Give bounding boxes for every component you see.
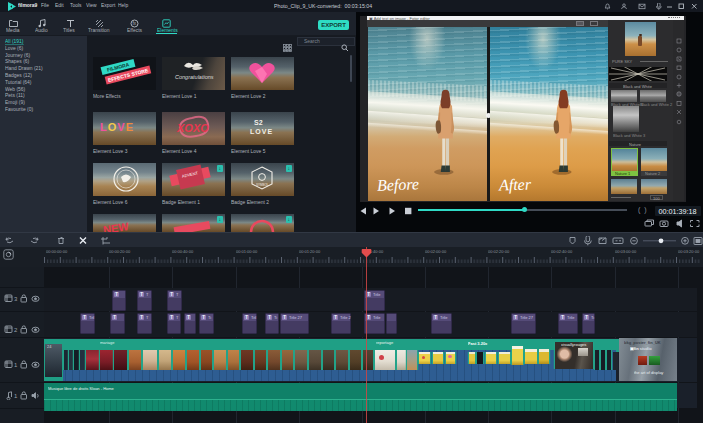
- svg-text:XOXO: XOXO: [176, 122, 209, 134]
- svg-text:3: 3: [14, 296, 18, 302]
- svg-text:Congratulations: Congratulations: [175, 74, 214, 80]
- svg-text:fx: fx: [133, 21, 137, 26]
- svg-text:2: 2: [14, 327, 18, 333]
- svg-text:1: 1: [14, 393, 18, 399]
- svg-text:1: 1: [14, 362, 18, 368]
- svg-text:SYMBOL: SYMBOL: [256, 183, 269, 187]
